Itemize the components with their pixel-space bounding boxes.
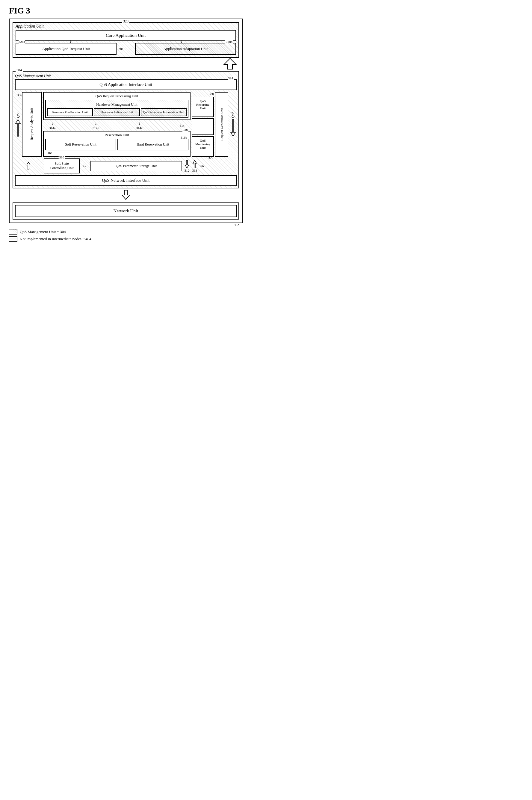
legend-label-1: QoS Management Unit ~ 304 [20, 229, 66, 234]
figure-title: FIG 3 [9, 6, 243, 16]
right-section: 320 QoS Reporting Unit QoS Monitoring Un… [192, 92, 236, 157]
ref-304: 304 [16, 68, 23, 73]
handover-mgmt-unit: Handover Management Unit Resource Preall… [45, 100, 188, 118]
app-unit-label: Application Unit [13, 23, 239, 30]
application-unit: Application Unit 328 Core Application Un… [13, 22, 239, 58]
qos-left-arrow [15, 119, 21, 137]
ref-328b: 328b [225, 40, 233, 43]
arrow-down-314a: ↓ 314a [49, 121, 55, 130]
qos-param-info-unit: QoS Parameter Information Unit [141, 108, 187, 116]
reservation-unit: Reservation Unit 316 Soft Reservation Un… [43, 131, 191, 157]
network-unit-container: Network Unit [13, 203, 239, 220]
legend-item-1: QoS Management Unit ~ 304 [9, 229, 243, 234]
svg-marker-0 [224, 58, 236, 69]
qos-right-label: QoS [231, 112, 235, 118]
qos-reporting-unit: QoS Reporting Unit [192, 97, 214, 117]
svg-marker-4 [185, 160, 189, 168]
req-analysis-label: Request Analysis Unit [29, 106, 35, 142]
bottom-right-refs: 318 326 [192, 160, 236, 172]
app-qos-request-unit: Application QoS Request Unit 328a [16, 43, 116, 55]
qos-management-unit: QoS Management Unit 304 QoS Application … [13, 71, 239, 188]
ref-306: 306 [17, 93, 22, 97]
arrow-down-314b: ↓ 314b [93, 121, 99, 130]
up-arrow-318 [192, 160, 198, 169]
ref-326: 326 [199, 164, 204, 168]
page-container: FIG 3 302 Application Unit 328 Core Appl… [9, 6, 243, 242]
big-arrow-svg [221, 58, 239, 70]
resource-preallocation-unit: Resource Preallocation Unit [47, 108, 93, 116]
ref-318-area: 318 [192, 160, 198, 172]
right-spacer [192, 118, 214, 135]
legend-label-2: Not implemented in intermediate nodes ~ … [20, 236, 91, 242]
qos-network-interface-unit: QoS Network Interface Unit [15, 175, 236, 186]
right-inner: 320 QoS Reporting Unit QoS Monitoring Un… [192, 92, 214, 157]
arrow-down-svg [118, 190, 133, 200]
svg-marker-5 [193, 160, 196, 168]
qos-right-arrow [230, 119, 236, 137]
up-arrow-left [15, 161, 42, 170]
legend-swatch-1 [9, 229, 17, 234]
qos-app-interface-unit: QoS Application Interface Unit 324 [15, 79, 236, 90]
qos-parameter-storage-unit: QoS Parameter Storage Unit [91, 161, 182, 171]
svg-marker-6 [122, 190, 130, 199]
up-arrow-svg [25, 161, 32, 170]
qos-monitoring-unit: QoS Monitoring Unit 322 [192, 136, 214, 157]
main-diagram: 302 Application Unit 328 Core Applicatio… [9, 19, 243, 223]
request-analysis-unit: Request Analysis Unit 306 [22, 92, 42, 157]
left-section: QoS Request Analysis Unit 306 [15, 92, 42, 157]
handover-mgmt-label: Handover Management Unit [47, 102, 187, 107]
qos-right-section: QoS [229, 92, 236, 157]
ref-328c: 328c [117, 47, 123, 51]
soft-reservation-unit: Soft Reservation Unit [45, 139, 116, 150]
req-gen-label: Request Generation Unit [219, 107, 224, 142]
ref-322: 322 [208, 156, 213, 160]
svg-marker-2 [231, 119, 235, 136]
down-arrow-312 [184, 160, 190, 169]
legend: QoS Management Unit ~ 304 Not implemente… [9, 229, 243, 242]
big-arrow-up [221, 58, 239, 71]
ref-310: 310 [59, 155, 65, 159]
bottom-section: Soft State Controlling Unit 310 ↔ 308 Qo… [15, 158, 236, 173]
core-application-unit: Core Application Unit [16, 30, 236, 41]
request-generation-unit: Request Generation Unit [215, 92, 228, 157]
qos-req-proc-label: QoS Request Processing Unit [45, 94, 188, 98]
handover-boxes: Resource Preallocation Unit Handover Ind… [47, 108, 187, 116]
app-adaptation-unit: Application Adaptation Unit 328b [135, 43, 236, 55]
legend-item-2: Not implemented in intermediate nodes ~ … [9, 236, 243, 242]
ref-312-area: 312 [184, 160, 190, 172]
soft-state-controlling-unit: Soft State Controlling Unit 310 [44, 158, 80, 173]
center-section: QoS Request Processing Unit Handover Man… [43, 92, 191, 157]
ref-314: 314 [179, 124, 185, 127]
reservation-label: Reservation Unit [45, 133, 188, 137]
arrow-refs-row: ↓ 314a ↓ 314b ↓ 314c 314 [43, 121, 191, 130]
qos-req-processing-unit: QoS Request Processing Unit Handover Man… [43, 92, 191, 120]
bidir-arrow-2: ↔ [81, 163, 87, 169]
arrow-down-314c: ↓ 314c [136, 121, 142, 130]
qos-mgmt-label: QoS Management Unit [15, 73, 236, 78]
ref-302: 302 [234, 223, 239, 227]
reservation-boxes: Soft Reservation Unit Hard Reservation U… [45, 139, 188, 150]
qos-left-label: QoS [16, 112, 20, 118]
qos-left-section: QoS [15, 92, 21, 157]
network-unit: Network Unit [15, 205, 236, 217]
ref-316b: 316b [180, 136, 188, 139]
ref-316a: 316a [46, 151, 188, 155]
ref-316: 316 [183, 128, 189, 132]
handover-indication-unit: Handover Indication Unit [94, 108, 139, 116]
ref-328: 328 [122, 19, 129, 24]
ref-328a: 328a [19, 40, 25, 43]
ref-324: 324 [228, 76, 234, 80]
hard-reservation-unit: Hard Reservation Unit 316b [117, 139, 188, 150]
ref-320: 320 [192, 92, 214, 96]
svg-marker-1 [16, 119, 20, 136]
arrow-to-network [13, 190, 239, 201]
legend-swatch-2 [9, 236, 17, 242]
svg-marker-3 [27, 162, 30, 170]
